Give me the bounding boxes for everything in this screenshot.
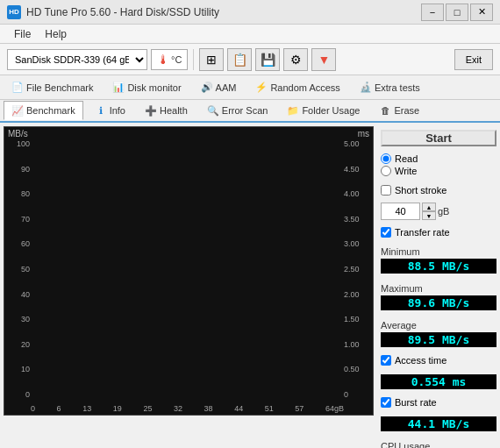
transfer-rate-label: Transfer rate	[395, 227, 450, 238]
y-axis-right-title: ms	[358, 129, 369, 139]
tab-health-label: Health	[160, 105, 188, 116]
nav-row2: 📈 Benchmark ℹ Info ➕ Health 🔍 Error Scan…	[0, 100, 500, 123]
tab-aam[interactable]: 🔊 AAM	[193, 78, 245, 97]
toolbar-btn-1[interactable]: ⊞	[199, 48, 224, 71]
erase-icon: 🗑	[379, 104, 391, 117]
tab-file-benchmark-label: File Benchmark	[26, 82, 93, 93]
spinner-down-button[interactable]: ▼	[422, 211, 436, 220]
drive-select[interactable]: SanDisk SDDR-339 (64 gB)	[7, 49, 147, 70]
y-left-30: 30	[5, 315, 30, 324]
temp-unit: °C	[171, 54, 182, 65]
tab-extra-tests-label: Extra tests	[375, 82, 420, 93]
y-left-70: 70	[5, 215, 30, 224]
minimize-button[interactable]: −	[421, 4, 444, 21]
x-label-0: 0	[31, 404, 35, 413]
disk-monitor-icon: 📊	[112, 82, 125, 94]
title-bar: HD HD Tune Pro 5.60 - Hard Disk/SSD Util…	[0, 0, 500, 25]
toolbar-separator	[193, 49, 194, 70]
toolbar-btn-4[interactable]: ⚙	[283, 48, 308, 71]
file-benchmark-icon: 📄	[11, 82, 24, 94]
aam-icon: 🔊	[201, 82, 213, 94]
toolbar-btn-2[interactable]: 📋	[227, 48, 252, 71]
nav-row1: 📄 File Benchmark 📊 Disk monitor 🔊 AAM ⚡ …	[0, 75, 500, 100]
temp-icon: 🌡	[157, 53, 169, 67]
tab-folder-usage[interactable]: 📁 Folder Usage	[279, 101, 368, 120]
app-icon: HD	[7, 5, 21, 19]
toolbar: SanDisk SDDR-339 (64 gB) 🌡 °C ⊞ 📋 💾 ⚙ ▼ …	[0, 44, 500, 75]
tab-info[interactable]: ℹ Info	[87, 101, 133, 120]
tab-random-access[interactable]: ⚡ Random Access	[247, 78, 347, 97]
y-axis-left: 100 90 80 70 60 50 40 30 20 10 0	[5, 139, 30, 399]
x-label-57: 57	[295, 404, 304, 413]
extra-tests-icon: 🔬	[360, 82, 372, 94]
main-content: MB/s ms 100 90 80 70 60 50 40 30 20 10 0…	[0, 123, 500, 419]
tab-error-scan[interactable]: 🔍 Error Scan	[199, 101, 276, 120]
health-icon: ➕	[145, 104, 157, 117]
tab-aam-label: AAM	[216, 82, 237, 93]
cpu-usage-label: CPU usage	[381, 441, 430, 448]
y-left-40: 40	[5, 290, 30, 299]
exit-button[interactable]: Exit	[454, 49, 493, 70]
short-stroke-label: Short stroke	[395, 185, 446, 196]
x-label-51: 51	[265, 404, 274, 413]
x-label-25: 25	[143, 404, 152, 413]
y-left-0: 0	[5, 390, 30, 399]
y-left-80: 80	[5, 189, 30, 198]
benchmark-icon: 📈	[11, 104, 24, 117]
title-bar-controls: − □ ✕	[421, 4, 493, 21]
folder-usage-icon: 📁	[287, 104, 299, 117]
y-axis-left-title: MB/s	[8, 129, 28, 139]
tab-erase[interactable]: 🗑 Erase	[371, 101, 427, 120]
x-label-19: 19	[113, 404, 122, 413]
tab-extra-tests[interactable]: 🔬 Extra tests	[352, 78, 428, 97]
info-icon: ℹ	[95, 104, 107, 117]
spinner-up-button[interactable]: ▲	[422, 203, 436, 211]
title-bar-left: HD HD Tune Pro 5.60 - Hard Disk/SSD Util…	[7, 5, 219, 19]
tab-file-benchmark[interactable]: 📄 File Benchmark	[4, 78, 101, 97]
x-label-38: 38	[204, 404, 213, 413]
x-axis: 0 6 13 19 25 32 38 44 51 57 64gB	[31, 404, 344, 413]
x-label-6: 6	[57, 404, 61, 413]
close-button[interactable]: ✕	[470, 4, 493, 21]
y-left-90: 90	[5, 165, 30, 174]
access-time-label: Access time	[395, 355, 446, 366]
maximize-button[interactable]: □	[446, 4, 468, 21]
y-left-50: 50	[5, 265, 30, 274]
x-label-64: 64gB	[325, 404, 344, 413]
y-left-100: 100	[5, 139, 30, 148]
menu-help[interactable]: Help	[38, 26, 74, 42]
benchmark-chart	[31, 139, 399, 427]
tab-benchmark[interactable]: 📈 Benchmark	[4, 101, 83, 120]
toolbar-btn-5[interactable]: ▼	[311, 48, 336, 71]
y-left-10: 10	[5, 365, 30, 373]
tab-folder-usage-label: Folder Usage	[302, 105, 360, 116]
tab-info-label: Info	[110, 105, 125, 116]
tab-benchmark-label: Benchmark	[26, 105, 75, 116]
y-left-60: 60	[5, 239, 30, 248]
tab-random-access-label: Random Access	[270, 82, 339, 93]
spinner-buttons: ▲ ▼	[422, 203, 436, 220]
x-label-44: 44	[234, 404, 243, 413]
menu-bar: File Help	[0, 25, 500, 44]
cpu-usage-stat: CPU usage 2.9%	[381, 440, 496, 448]
burst-rate-label: Burst rate	[395, 397, 437, 408]
y-left-20: 20	[5, 340, 30, 349]
tab-erase-label: Erase	[394, 105, 419, 116]
error-scan-icon: 🔍	[207, 104, 219, 117]
x-label-32: 32	[174, 404, 182, 413]
x-label-13: 13	[82, 404, 91, 413]
tab-health[interactable]: ➕ Health	[137, 101, 196, 120]
tab-error-scan-label: Error Scan	[222, 105, 268, 116]
menu-file[interactable]: File	[7, 26, 38, 42]
tab-disk-monitor[interactable]: 📊 Disk monitor	[104, 78, 189, 97]
chart-container: MB/s ms 100 90 80 70 60 50 40 30 20 10 0…	[4, 126, 374, 416]
toolbar-btn-3[interactable]: 💾	[255, 48, 280, 71]
window-title: HD Tune Pro 5.60 - Hard Disk/SSD Utility	[26, 6, 219, 18]
temp-indicator: 🌡 °C	[151, 49, 188, 70]
tab-disk-monitor-label: Disk monitor	[127, 82, 181, 93]
short-stroke-unit: gB	[438, 206, 449, 217]
random-access-icon: ⚡	[255, 82, 268, 94]
